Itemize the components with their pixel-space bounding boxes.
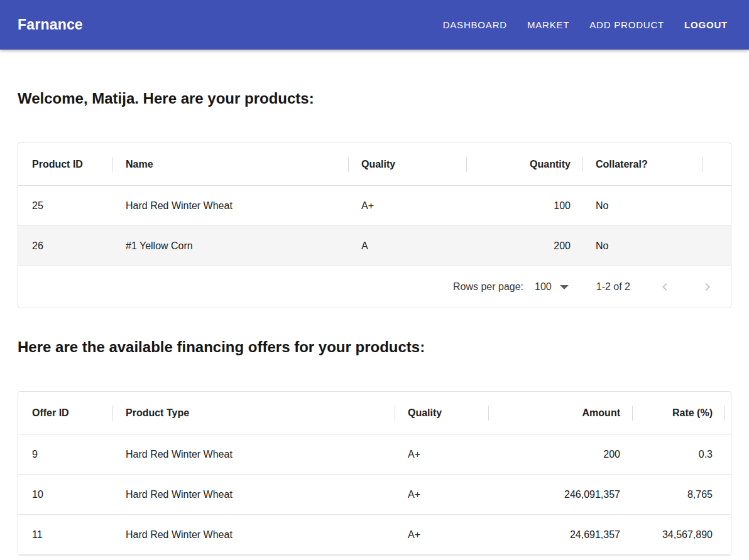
nav-item-market[interactable]: MARKET (527, 19, 569, 30)
cell-quality: A+ (349, 200, 467, 212)
app-brand[interactable]: Farnance (18, 16, 83, 33)
caret-down-icon (560, 285, 569, 289)
pagination-bar: Rows per page: 100 1-2 of 2 (18, 266, 731, 308)
chevron-left-icon (657, 279, 672, 294)
cell-quality: A (349, 240, 467, 252)
offer-row: 10 Hard Red Winter Wheat A+ 246,091,357 … (18, 475, 731, 515)
cell-rate: 0.3 (633, 449, 725, 460)
previous-page-button[interactable] (657, 279, 673, 295)
offer-row: 9 Hard Red Winter Wheat A+ 200 0.3 (18, 434, 731, 475)
cell-rate: 34,567,890 (633, 529, 725, 541)
product-row: 25 Hard Red Winter Wheat A+ 100 No (18, 186, 731, 226)
cell-name: Hard Red Winter Wheat (113, 200, 349, 212)
cell-quality: A+ (395, 529, 489, 541)
nav-item-add-product[interactable]: ADD PRODUCT (589, 19, 664, 30)
cell-offer-id: 10 (18, 489, 113, 500)
column-header-product-type: Product Type (113, 407, 395, 419)
column-header-amount: Amount (489, 407, 633, 419)
column-header-collateral: Collateral? (583, 159, 703, 170)
next-page-button[interactable] (699, 279, 716, 295)
offer-row: 11 Hard Red Winter Wheat A+ 24,691,357 3… (18, 515, 731, 555)
offers-table: Offer ID Product Type Quality Amount Rat… (18, 391, 731, 556)
cell-amount: 24,691,357 (489, 529, 633, 541)
cell-offer-id: 9 (18, 449, 113, 460)
chevron-right-icon (700, 279, 715, 294)
column-header-quality: Quality (349, 159, 467, 170)
rows-per-page-value: 100 (535, 281, 552, 293)
products-table-header-row: Product ID Name Quality Quantity Collate… (18, 143, 731, 186)
cell-product-id: 26 (18, 240, 113, 252)
cell-quality: A+ (395, 449, 489, 460)
cell-amount: 200 (489, 449, 633, 460)
page-range-label: 1-2 of 2 (596, 281, 630, 293)
offers-heading: Here are the available financing offers … (18, 338, 731, 356)
nav-menu: DASHBOARD MARKET ADD PRODUCT LOGOUT (443, 19, 728, 30)
column-header-name: Name (113, 159, 349, 170)
welcome-heading: Welcome, Matija. Here are your products: (18, 90, 731, 107)
cell-quantity: 100 (467, 200, 583, 212)
cell-offer-id: 11 (18, 529, 113, 541)
column-header-rate: Rate (%) (633, 407, 725, 419)
column-header-quality: Quality (395, 407, 489, 419)
navbar: Farnance DASHBOARD MARKET ADD PRODUCT LO… (0, 0, 749, 50)
cell-product-id: 25 (18, 200, 113, 212)
product-row: 26 #1 Yellow Corn A 200 No (18, 226, 731, 266)
column-header-offer-id: Offer ID (18, 407, 113, 419)
column-header-quantity: Quantity (467, 159, 583, 170)
cell-amount: 246,091,357 (489, 489, 633, 500)
cell-quantity: 200 (467, 240, 583, 252)
cell-quality: A+ (395, 489, 489, 500)
cell-collateral: No (583, 240, 703, 252)
rows-per-page-label: Rows per page: (453, 281, 523, 293)
cell-product-type: Hard Red Winter Wheat (113, 529, 395, 541)
cell-product-type: Hard Red Winter Wheat (113, 449, 395, 460)
rows-per-page-select[interactable]: 100 (535, 281, 569, 293)
cell-rate: 8,765 (633, 489, 725, 500)
nav-item-dashboard[interactable]: DASHBOARD (443, 19, 507, 30)
nav-item-logout[interactable]: LOGOUT (684, 19, 728, 30)
column-header-product-id: Product ID (18, 159, 113, 170)
offers-table-header-row: Offer ID Product Type Quality Amount Rat… (18, 392, 731, 434)
cell-collateral: No (583, 200, 703, 212)
cell-name: #1 Yellow Corn (113, 240, 349, 252)
products-table: Product ID Name Quality Quantity Collate… (18, 143, 731, 308)
cell-product-type: Hard Red Winter Wheat (113, 489, 395, 500)
